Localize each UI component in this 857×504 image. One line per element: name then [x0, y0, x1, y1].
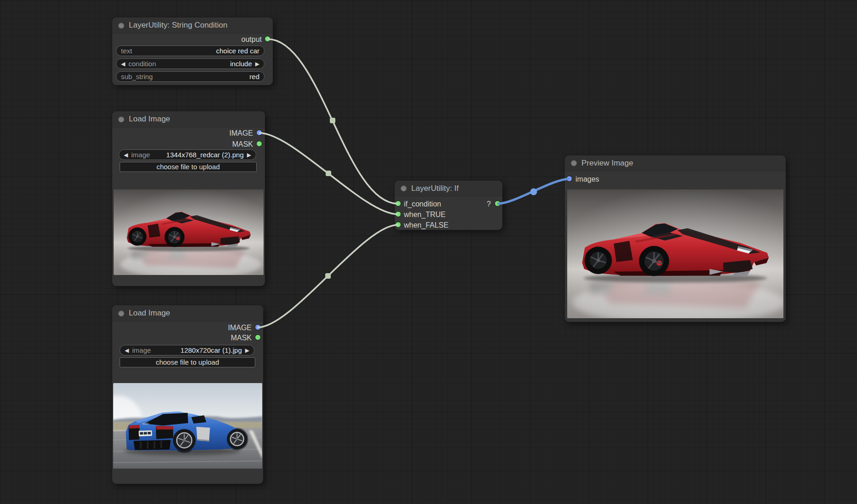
- output-slot-label: ?: [487, 199, 491, 209]
- link-image-top-to-when-true: [259, 133, 398, 214]
- image-output-port[interactable]: [257, 130, 262, 135]
- widget-text[interactable]: text choice red car: [116, 46, 265, 56]
- blue-car-preview-image[interactable]: [113, 383, 262, 469]
- when-false-input-port[interactable]: [396, 222, 401, 227]
- widget-image-combo[interactable]: ◀ image 1280x720car (1).jpg ▶: [120, 345, 254, 355]
- link-midpoint-dot[interactable]: [530, 189, 537, 195]
- input-slot-label: if_condition: [404, 199, 441, 209]
- node-header[interactable]: LayerUtility: String Condition: [112, 17, 273, 34]
- node-title: Preview Image: [581, 159, 633, 168]
- choose-file-button[interactable]: choose file to upload: [120, 162, 257, 172]
- widget-image-combo[interactable]: ◀ image 1344x768_redcar (2).png ▶: [119, 149, 256, 160]
- images-input-port[interactable]: [567, 176, 572, 181]
- when-true-input-port[interactable]: [396, 212, 401, 217]
- node-load-image-bottom[interactable]: Load Image IMAGE MASK ◀ image 1280x720ca…: [112, 305, 263, 484]
- combo-prev-arrow-icon[interactable]: ◀: [124, 152, 128, 158]
- choose-file-button[interactable]: choose file to upload: [120, 357, 255, 367]
- node-header[interactable]: LayerUtility: If: [395, 181, 502, 196]
- link-string-output-to-if-condition: [268, 39, 398, 204]
- input-slot-label: when_TRUE: [404, 210, 446, 219]
- combo-prev-arrow-icon[interactable]: ◀: [121, 61, 125, 67]
- output-slot-label: IMAGE: [229, 128, 253, 138]
- combo-prev-arrow-icon[interactable]: ◀: [125, 348, 129, 353]
- node-string-condition[interactable]: LayerUtility: String Condition output te…: [112, 17, 273, 85]
- output-slot-label: IMAGE: [228, 323, 252, 332]
- input-slot-label: when_FALSE: [404, 220, 449, 230]
- red-car-result-image[interactable]: [567, 189, 783, 318]
- output-slot-label: output: [242, 34, 262, 44]
- node-header[interactable]: Load Image: [112, 305, 263, 321]
- widget-sub-string[interactable]: sub_string red: [116, 71, 265, 82]
- combo-next-arrow-icon[interactable]: ▶: [255, 61, 259, 67]
- node-title: LayerUtility: String Condition: [129, 21, 227, 30]
- collapse-dot-icon[interactable]: [571, 160, 577, 166]
- node-title: LayerUtility: If: [411, 184, 459, 193]
- image-output-port[interactable]: [255, 325, 260, 330]
- link-midpoint-dot[interactable]: [326, 171, 331, 176]
- combo-next-arrow-icon[interactable]: ▶: [245, 348, 249, 353]
- node-graph-canvas[interactable]: LayerUtility: String Condition output te…: [0, 0, 857, 504]
- collapse-dot-icon[interactable]: [401, 185, 407, 191]
- node-if[interactable]: LayerUtility: If if_condition ? when_TRU…: [395, 181, 502, 230]
- input-slot-label: images: [575, 174, 599, 184]
- if-output-port[interactable]: [495, 201, 500, 206]
- red-car-preview-image[interactable]: [114, 189, 264, 275]
- node-title: Load Image: [129, 309, 170, 318]
- output-slot-label: MASK: [232, 139, 253, 149]
- output-port[interactable]: [265, 36, 270, 41]
- mask-output-port[interactable]: [257, 141, 262, 146]
- node-header[interactable]: Load Image: [112, 111, 265, 127]
- node-header[interactable]: Preview Image: [565, 155, 786, 171]
- node-title: Load Image: [129, 115, 170, 124]
- mask-output-port[interactable]: [255, 335, 260, 340]
- widget-condition-combo[interactable]: ◀ condition include ▶: [116, 58, 265, 69]
- link-image-bottom-to-when-false: [258, 225, 398, 327]
- node-load-image-top[interactable]: Load Image IMAGE MASK ◀ image 1344x768_r…: [112, 111, 265, 286]
- if-condition-input-port[interactable]: [396, 201, 401, 206]
- link-midpoint-dot[interactable]: [325, 273, 331, 279]
- link-midpoint-dot[interactable]: [330, 118, 335, 123]
- collapse-dot-icon[interactable]: [118, 116, 124, 122]
- node-preview-image[interactable]: Preview Image images: [565, 155, 786, 322]
- combo-next-arrow-icon[interactable]: ▶: [247, 152, 251, 158]
- collapse-dot-icon[interactable]: [118, 23, 124, 29]
- link-if-output-to-preview-images: [497, 179, 569, 204]
- output-slot-label: MASK: [231, 333, 252, 343]
- collapse-dot-icon[interactable]: [118, 310, 124, 316]
